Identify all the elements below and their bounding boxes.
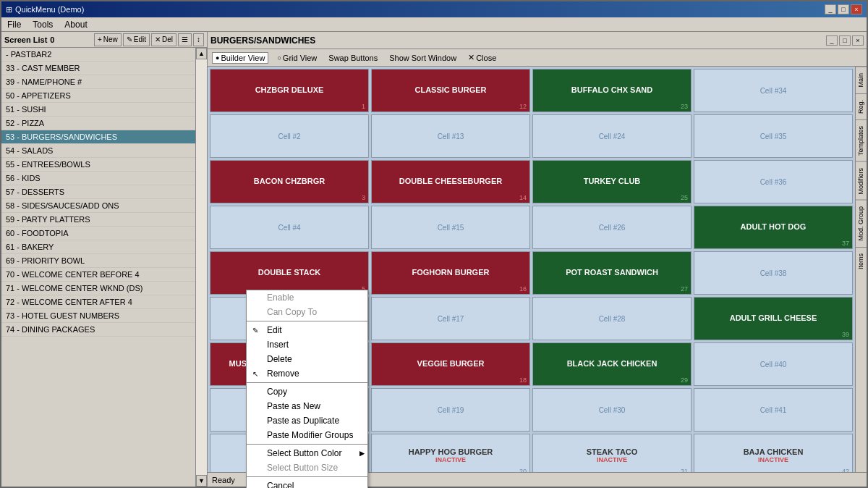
context-menu-label: Insert: [267, 340, 289, 350]
content-close[interactable]: ×: [852, 35, 864, 46]
sidebar-item-kids[interactable]: 56 - KIDS: [1, 172, 195, 185]
grid-cell-2[interactable]: BUFFALO CHX SAND 23: [532, 69, 692, 112]
sidebar-item-welcome-wknd[interactable]: 71 - WELCOME CENTER WKND (DS): [1, 282, 195, 295]
grid-cell-9[interactable]: DOUBLE CHEESEBURGER 14: [371, 160, 530, 203]
show-sort-window-btn[interactable]: Show Sort Window: [386, 53, 459, 63]
grid-cell-21[interactable]: Cell #17: [371, 297, 530, 340]
close-icon: ✕: [468, 53, 475, 62]
close-button[interactable]: ×: [851, 4, 862, 14]
sidebar-item-pizza[interactable]: 52 - PIZZA: [1, 117, 195, 130]
grid-cell-27[interactable]: Cell #40: [694, 342, 853, 386]
grid-cell-5[interactable]: Cell #13: [371, 114, 530, 158]
cell-number: 29: [681, 376, 688, 384]
grid-cell-26[interactable]: BLACK JACK CHICKEN 29: [532, 342, 692, 386]
context-menu-item-paste-as-duplicate[interactable]: Paste as Duplicate: [247, 413, 367, 428]
list-view-button[interactable]: ☰: [178, 33, 192, 46]
right-tab-templates[interactable]: Templates: [856, 119, 867, 161]
sort-button[interactable]: ↕: [193, 33, 204, 46]
content-minimize[interactable]: _: [826, 35, 838, 46]
sidebar-item-sushi[interactable]: 51 - SUSHI: [1, 103, 195, 117]
context-menu-item-insert[interactable]: Insert: [247, 337, 367, 352]
scroll-up[interactable]: ▲: [196, 48, 207, 59]
sidebar-item-welcome-after4[interactable]: 72 - WELCOME CENTER AFTER 4: [1, 295, 195, 309]
grid-cell-1[interactable]: CLASSIC BURGER 12: [371, 69, 530, 112]
sidebar-item-cast-member[interactable]: 33 - CAST MEMBER: [1, 62, 195, 75]
minimize-button[interactable]: _: [825, 4, 836, 14]
grid-cell-14[interactable]: Cell #26: [532, 206, 692, 249]
builder-view-tab[interactable]: ● Builder View: [212, 52, 268, 64]
grid-cell-29[interactable]: Cell #19: [371, 388, 530, 432]
scroll-down[interactable]: ▼: [196, 475, 207, 487]
sidebar-item-pastbar2[interactable]: - PASTBAR2: [1, 48, 195, 62]
maximize-button[interactable]: □: [838, 4, 849, 14]
menu-about[interactable]: About: [61, 20, 90, 30]
menu-tools[interactable]: Tools: [30, 20, 56, 30]
del-button[interactable]: ✕ Del: [151, 33, 176, 46]
sidebar-item-appetizers[interactable]: 50 - APPETIZERS: [1, 89, 195, 103]
right-tab-main[interactable]: Main: [856, 67, 867, 93]
grid-cell-6[interactable]: Cell #24: [532, 114, 692, 158]
grid-cell-12[interactable]: Cell #4: [210, 206, 369, 249]
edit-button[interactable]: ✎ Edit: [123, 33, 150, 46]
grid-cell-19[interactable]: Cell #38: [694, 251, 853, 295]
grid-cell-18[interactable]: POT ROAST SANDWICH 27: [532, 251, 692, 295]
sidebar-scrollbar[interactable]: ▲ ▼: [195, 48, 207, 487]
sidebar-item-salads[interactable]: 54 - SALADS: [1, 144, 195, 158]
swap-buttons-btn[interactable]: Swap Buttons: [326, 53, 380, 63]
right-tab-items[interactable]: Items: [856, 247, 867, 275]
right-tab-reg.[interactable]: Reg.: [856, 93, 867, 119]
sidebar-item-priority-bowl[interactable]: 69 - PRIORITY BOWL: [1, 254, 195, 268]
cell-label: Cell #13: [438, 132, 464, 140]
close-btn[interactable]: ✕ Close: [465, 52, 499, 63]
context-menu-label: Enable: [267, 293, 294, 303]
context-menu-item-paste-as-new[interactable]: Paste as New: [247, 399, 367, 413]
sidebar-item-foodtopia[interactable]: 60 - FOODTOPIA: [1, 227, 195, 240]
context-menu-separator: [247, 444, 367, 445]
scroll-track[interactable]: [196, 59, 207, 475]
grid-cell-30[interactable]: Cell #30: [532, 388, 692, 432]
sidebar-item-desserts[interactable]: 57 - DESSERTS: [1, 185, 195, 199]
context-menu-item-paste-modifier-groups[interactable]: Paste Modifier Groups: [247, 428, 367, 442]
grid-cell-31[interactable]: Cell #41: [694, 388, 853, 432]
right-tab-mod.-group[interactable]: Mod. Group: [856, 200, 867, 247]
sidebar-item-hotel-guest[interactable]: 73 - HOTEL GUEST NUMBERS: [1, 309, 195, 323]
grid-cell-3[interactable]: Cell #34: [694, 69, 853, 112]
grid-view-tab[interactable]: ○ Grid View: [274, 53, 320, 63]
context-menu-label: Paste as New: [267, 401, 320, 411]
menu-file[interactable]: File: [4, 20, 24, 30]
grid-cell-16[interactable]: DOUBLE STACK 5: [210, 251, 369, 295]
context-menu-item-cancel[interactable]: Cancel: [247, 479, 367, 488]
context-menu-item-edit[interactable]: ✎Edit: [247, 323, 367, 337]
grid-cell-34[interactable]: STEAK TACO INACTIVE 31: [532, 434, 692, 472]
cell-label: Cell #24: [599, 132, 626, 140]
sidebar-item-name-phone[interactable]: 39 - NAME/PHONE #: [1, 75, 195, 89]
grid-cell-25[interactable]: VEGGIE BURGER 18: [371, 342, 530, 386]
grid-cell-8[interactable]: BACON CHZBRGR 3: [210, 160, 369, 203]
grid-cell-15[interactable]: ADULT HOT DOG 37: [694, 206, 853, 249]
grid-cell-11[interactable]: Cell #36: [694, 160, 853, 203]
grid-cell-7[interactable]: Cell #35: [694, 114, 853, 158]
content-maximize[interactable]: □: [839, 35, 851, 46]
sidebar-item-dining-packages[interactable]: 74 - DINING PACKAGES: [1, 323, 195, 337]
grid-cell-33[interactable]: HAPPY HOG BURGER INACTIVE 20: [371, 434, 530, 472]
sidebar-item-entrees-bowls[interactable]: 55 - ENTREES/BOWLS: [1, 158, 195, 172]
sidebar-item-bakery[interactable]: 61 - BAKERY: [1, 240, 195, 254]
grid-cell-10[interactable]: TURKEY CLUB 25: [532, 160, 692, 203]
context-menu-item-remove[interactable]: ↖Remove: [247, 366, 367, 381]
context-menu-item-delete[interactable]: Delete: [247, 352, 367, 366]
new-button[interactable]: + New: [94, 33, 122, 46]
sidebar-item-party-platters[interactable]: 59 - PARTY PLATTERS: [1, 213, 195, 227]
grid-cell-4[interactable]: Cell #2: [210, 114, 369, 158]
context-menu-item-copy[interactable]: Copy: [247, 384, 367, 399]
sidebar-item-sides[interactable]: 58 - SIDES/SAUCES/ADD ONS: [1, 199, 195, 213]
context-menu-item-select-button-color[interactable]: Select Button Color▶: [247, 446, 367, 460]
grid-cell-22[interactable]: Cell #28: [532, 297, 692, 340]
sidebar-item-burgers[interactable]: 53 - BURGERS/SANDWICHES: [1, 130, 195, 144]
grid-cell-35[interactable]: BAJA CHICKEN INACTIVE 42: [694, 434, 853, 472]
grid-cell-13[interactable]: Cell #15: [371, 206, 530, 249]
right-tab-modifiers[interactable]: Modifiers: [856, 161, 867, 201]
sidebar-item-welcome-before4[interactable]: 70 - WELCOME CENTER BEFORE 4: [1, 268, 195, 282]
grid-cell-23[interactable]: ADULT GRILL CHEESE 39: [694, 297, 853, 340]
grid-cell-0[interactable]: CHZBGR DELUXE 1: [210, 69, 369, 112]
grid-cell-17[interactable]: FOGHORN BURGER 16: [371, 251, 530, 295]
